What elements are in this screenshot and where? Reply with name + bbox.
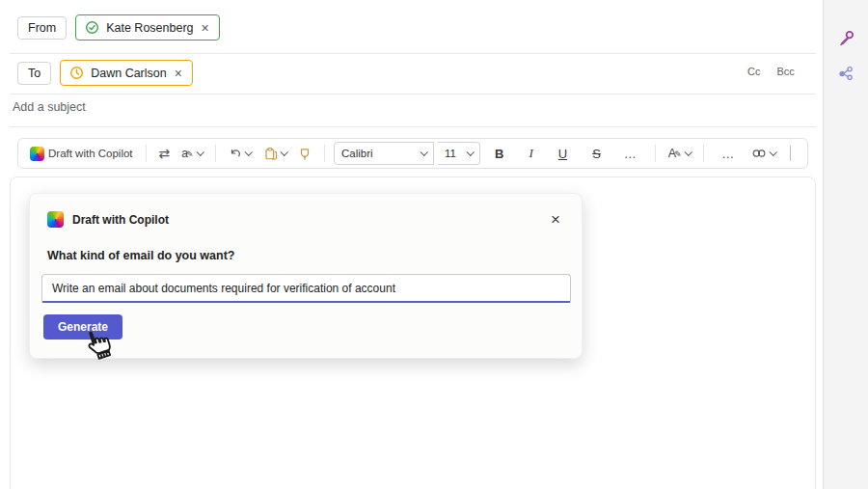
swap-arrows-button[interactable]: ⇄ <box>155 143 175 164</box>
to-recipient-chip[interactable]: Dawn Carlson × <box>60 60 193 86</box>
underline-button[interactable]: U <box>548 142 578 166</box>
right-app-rail <box>823 0 868 489</box>
formatting-toolbar: Draft with Copilot ⇄ a✎ <box>17 138 808 169</box>
swap-arrows-icon: ⇄ <box>159 146 171 161</box>
divider <box>10 126 816 127</box>
chevron-down-icon <box>770 149 777 156</box>
chevron-down-icon <box>466 149 474 156</box>
from-button[interactable]: From <box>17 16 67 40</box>
draft-with-copilot-dialog: Draft with Copilot × What kind of email … <box>29 193 583 359</box>
proofing-pen-icon: a✎ <box>181 147 193 160</box>
divider <box>10 53 816 54</box>
dialog-title: Draft with Copilot <box>72 213 169 227</box>
cc-bcc-links: Cc Bcc <box>747 66 795 77</box>
pen-icon[interactable] <box>833 25 858 50</box>
toolbar-divider <box>324 145 325 162</box>
font-name-dropdown[interactable]: Calibri <box>334 142 434 165</box>
copilot-icon <box>47 211 64 228</box>
dialog-question: What kind of email do you want? <box>30 230 582 262</box>
share-network-icon[interactable] <box>833 60 858 85</box>
toolbar-divider <box>215 145 216 162</box>
cc-link[interactable]: Cc <box>747 66 760 77</box>
insert-link-button[interactable] <box>747 144 780 163</box>
close-icon[interactable]: × <box>547 209 564 230</box>
strikethrough-button[interactable]: S <box>582 142 611 166</box>
font-color-button[interactable]: A✎ <box>665 144 694 163</box>
to-recipient-name: Dawn Carlson <box>91 67 167 80</box>
chevron-down-icon <box>685 149 692 156</box>
italic-button[interactable]: I <box>518 141 543 166</box>
copilot-icon <box>30 147 44 161</box>
toolbar-divider <box>655 145 656 162</box>
dialog-header: Draft with Copilot × <box>30 194 582 230</box>
hand-cursor-icon <box>80 327 117 364</box>
divider <box>10 94 816 95</box>
from-recipient-name: Kate Rosenberg <box>106 21 193 35</box>
to-button[interactable]: To <box>17 62 51 85</box>
clock-icon <box>69 66 84 80</box>
toolbar-divider <box>703 145 704 162</box>
more-formatting-button[interactable]: … <box>615 142 646 166</box>
chevron-down-icon <box>245 149 253 156</box>
to-row: To Dawn Carlson × <box>17 60 193 86</box>
checkmark-circle-icon <box>85 20 99 35</box>
bcc-link[interactable]: Bcc <box>776 66 794 77</box>
toolbar-divider <box>146 145 147 162</box>
toolbar-divider <box>790 146 791 161</box>
draft-with-copilot-button[interactable]: Draft with Copilot <box>26 144 137 164</box>
subject-input[interactable] <box>13 100 688 114</box>
proofing-options-button[interactable]: a✎ <box>177 144 206 163</box>
chevron-down-icon <box>196 149 203 156</box>
font-size-dropdown[interactable]: 11 <box>438 142 480 165</box>
chevron-down-icon <box>280 149 287 156</box>
paste-icon <box>263 147 278 161</box>
font-color-pen-icon: A✎ <box>668 147 682 160</box>
remove-from-recipient-icon[interactable]: × <box>201 21 210 35</box>
remove-to-recipient-icon[interactable]: × <box>174 67 183 80</box>
undo-button[interactable] <box>225 144 256 163</box>
bold-button[interactable]: B <box>484 142 514 166</box>
email-compose-window: From Kate Rosenberg × To Dawn Carlson <box>0 0 868 489</box>
more-options-button[interactable]: … <box>713 142 744 166</box>
link-icon <box>751 147 767 160</box>
format-painter-icon <box>298 147 312 161</box>
from-row: From Kate Rosenberg × <box>17 14 220 41</box>
paste-button[interactable] <box>259 144 291 164</box>
copilot-prompt-input[interactable] <box>41 274 571 303</box>
chevron-down-icon <box>420 149 427 156</box>
from-recipient-chip[interactable]: Kate Rosenberg × <box>75 14 220 41</box>
format-painter-button[interactable] <box>294 144 315 164</box>
undo-icon <box>229 147 242 160</box>
